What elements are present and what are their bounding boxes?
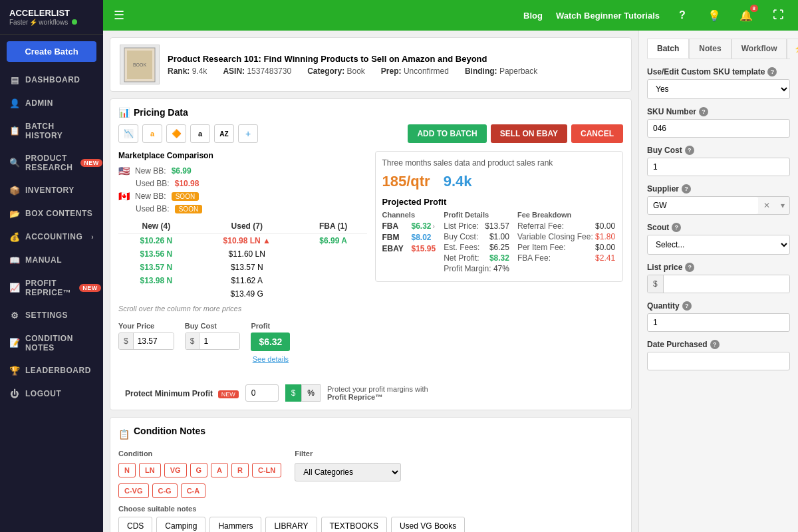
sku-number-input[interactable] bbox=[647, 119, 790, 138]
date-purchased-group: Date Purchased ? bbox=[647, 340, 790, 370]
graph-icon[interactable]: 📉 bbox=[118, 124, 138, 143]
scout-select[interactable]: Select... bbox=[647, 235, 790, 255]
note-camping[interactable]: Camping bbox=[156, 517, 205, 532]
cond-CLN[interactable]: C-LN bbox=[252, 463, 281, 477]
amazon-icon[interactable]: a bbox=[142, 124, 162, 143]
condition-col: Condition N LN VG G A R C-LN C-VG C bbox=[118, 450, 281, 498]
quantity-input[interactable] bbox=[647, 313, 790, 332]
sidebar-item-leaderboard[interactable]: 🏆 LEADERBOARD bbox=[0, 359, 103, 382]
sidebar: ACCELERLIST Faster ⚡ workflows Create Ba… bbox=[0, 0, 103, 532]
create-batch-button[interactable]: Create Batch bbox=[7, 41, 96, 62]
cond-LN[interactable]: LN bbox=[139, 463, 161, 477]
supplier-clear-icon[interactable]: ✕ bbox=[758, 197, 775, 214]
sidebar-item-manual[interactable]: 📖 MANUAL bbox=[0, 249, 103, 272]
protect-input[interactable] bbox=[245, 384, 279, 402]
sidebar-item-dashboard[interactable]: ▤ DASHBOARD bbox=[0, 68, 103, 92]
variable-closing-val: $1.80 bbox=[595, 232, 615, 241]
az-icon[interactable]: AZ bbox=[214, 124, 234, 143]
new-price-2: $13.56 N bbox=[118, 247, 194, 261]
cancel-button[interactable]: CANCEL bbox=[571, 124, 623, 143]
dollar-prefix2: $ bbox=[186, 333, 200, 349]
cond-CVG[interactable]: C-VG bbox=[118, 483, 149, 498]
date-purchased-help[interactable]: ? bbox=[710, 340, 720, 349]
buy-cost-help[interactable]: ? bbox=[685, 146, 694, 155]
profit-reprice-icon: 📈 bbox=[9, 283, 20, 293]
supplier-help[interactable]: ? bbox=[682, 184, 691, 194]
buy-cost-val: $1.00 bbox=[489, 232, 509, 241]
your-price-input-wrapper[interactable]: $ bbox=[118, 332, 174, 350]
sidebar-item-settings[interactable]: ⚙ SETTINGS bbox=[0, 304, 103, 327]
tab-batch[interactable]: Batch bbox=[647, 39, 689, 59]
list-price-input-wrapper[interactable]: $ bbox=[647, 275, 790, 293]
main-panel: BOOK Product Research 101: Find Winning … bbox=[103, 31, 638, 532]
sidebar-item-profit-reprice[interactable]: 📈 PROFIT REPRICE™ NEW bbox=[0, 272, 103, 304]
sidebar-item-admin[interactable]: 👤 ADMIN bbox=[0, 92, 103, 115]
sku-number-help[interactable]: ? bbox=[699, 107, 708, 116]
add-to-batch-button[interactable]: ADD TO BATCH bbox=[408, 124, 486, 143]
pricing-icon: 📊 bbox=[118, 107, 130, 118]
sidebar-item-logout[interactable]: ⏻ LOGOUT bbox=[0, 382, 103, 406]
note-hammers[interactable]: Hammers bbox=[209, 517, 261, 532]
see-details-link[interactable]: See details bbox=[251, 355, 290, 363]
sidebar-item-box-contents[interactable]: 📂 BOX CONTENTS bbox=[0, 202, 103, 225]
blog-link[interactable]: Blog bbox=[523, 11, 543, 21]
note-library[interactable]: LIBRARY bbox=[265, 517, 317, 532]
channels-header: Channels bbox=[382, 211, 436, 219]
hamburger-icon[interactable]: ☰ bbox=[114, 8, 124, 23]
product-title: Product Research 101: Find Winning Produ… bbox=[168, 54, 622, 64]
sidebar-item-condition-notes[interactable]: 📝 CONDITION NOTES bbox=[0, 327, 103, 359]
tab-notes[interactable]: Notes bbox=[689, 39, 731, 59]
supplier-input-row: ✕ ▾ bbox=[647, 196, 790, 215]
product-prep: Prep: Unconfirmed bbox=[381, 66, 449, 76]
plus-icon[interactable]: + bbox=[238, 124, 258, 143]
buy-cost-input[interactable] bbox=[200, 333, 239, 349]
buy-cost-input-wrapper[interactable]: $ bbox=[185, 332, 241, 350]
quantity-help[interactable]: ? bbox=[682, 301, 692, 311]
sku-number-label: SKU Number ? bbox=[647, 107, 790, 116]
protect-dollar-btn[interactable]: $ bbox=[285, 384, 302, 402]
sidebar-item-accounting[interactable]: 💰 ACCOUNTING › bbox=[0, 225, 103, 249]
list-price-input[interactable] bbox=[664, 275, 789, 293]
cond-N[interactable]: N bbox=[118, 463, 136, 477]
cond-R[interactable]: R bbox=[231, 463, 249, 477]
protect-percent-btn[interactable]: % bbox=[301, 384, 321, 402]
sku-template-help[interactable]: ? bbox=[767, 67, 777, 76]
notification-icon[interactable]: 🔔 8 bbox=[737, 6, 755, 25]
cond-CG[interactable]: C-G bbox=[152, 483, 178, 498]
dashboard-icon: ▤ bbox=[9, 75, 20, 85]
table-row: $13.57 N $13.57 N bbox=[118, 261, 367, 274]
note-textbooks[interactable]: TEXTBOOKS bbox=[321, 517, 387, 532]
tutorials-link[interactable]: Watch Beginner Tutorials bbox=[556, 11, 660, 21]
sidebar-item-product-research[interactable]: 🔍 PRODUCT RESEARCH NEW bbox=[0, 147, 103, 179]
sell-on-ebay-button[interactable]: SELL ON EBAY bbox=[491, 124, 567, 143]
tab-workflow[interactable]: Workflow bbox=[732, 39, 787, 59]
fee-breakdown-header: Fee Breakdown bbox=[517, 211, 615, 219]
help-icon[interactable]: ? bbox=[673, 6, 692, 25]
cond-VG[interactable]: VG bbox=[164, 463, 187, 477]
supplier-dropdown-icon[interactable]: ▾ bbox=[775, 197, 790, 214]
product-research-icon: 🔍 bbox=[9, 158, 20, 168]
supplier-input[interactable] bbox=[648, 197, 758, 214]
sidebar-item-batch-history[interactable]: 📋 BATCH HISTORY bbox=[0, 115, 103, 147]
date-purchased-input[interactable] bbox=[647, 352, 790, 370]
sidebar-item-inventory[interactable]: 📦 INVENTORY bbox=[0, 179, 103, 202]
tab-lightning[interactable]: ⚡ bbox=[787, 39, 798, 59]
sales-volume: 185/qtr bbox=[382, 173, 430, 190]
fullscreen-icon[interactable]: ⛶ bbox=[769, 6, 787, 25]
note-cds[interactable]: CDS bbox=[118, 517, 152, 532]
your-price-input[interactable] bbox=[134, 333, 174, 349]
notification-badge: 8 bbox=[750, 5, 758, 12]
cond-A[interactable]: A bbox=[211, 463, 228, 477]
sales-title: Three months sales data and product sale… bbox=[382, 158, 616, 168]
cond-CA[interactable]: C-A bbox=[181, 483, 206, 498]
note-used-vg-books[interactable]: Used VG Books bbox=[391, 517, 465, 532]
cond-G[interactable]: G bbox=[190, 463, 208, 477]
keepa-icon[interactable]: 🔶 bbox=[166, 124, 186, 143]
amazon2-icon[interactable]: a bbox=[190, 124, 210, 143]
scout-help[interactable]: ? bbox=[672, 223, 681, 232]
lightbulb-icon[interactable]: 💡 bbox=[705, 6, 724, 25]
list-price-help[interactable]: ? bbox=[685, 263, 694, 272]
buy-cost-input-right[interactable] bbox=[647, 158, 790, 176]
filter-select[interactable]: All Categories Books Media Electronics bbox=[295, 463, 401, 481]
sku-template-select[interactable]: Yes No bbox=[647, 79, 790, 99]
